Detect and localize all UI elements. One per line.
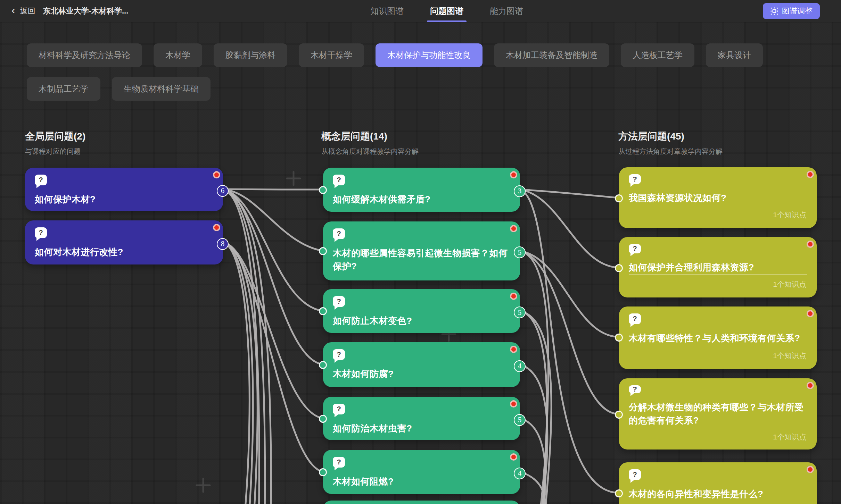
graph-tabs: 知识图谱 问题图谱 能力图谱	[370, 0, 523, 22]
count-badge[interactable]: 5	[514, 414, 526, 426]
question-bubble-icon	[35, 175, 47, 185]
question-card-concept-partial[interactable]	[323, 501, 520, 504]
course-chip[interactable]: 人造板工艺学	[621, 43, 694, 67]
question-card-global[interactable]: 如何保护木材? 6	[25, 168, 223, 211]
question-card-method[interactable]: 木材有哪些特性？与人类和环境有何关系? 1个知识点	[619, 306, 817, 369]
card-title: 如何防止木材变色?	[333, 314, 510, 328]
course-chip[interactable]: 木制品工艺学	[27, 77, 100, 101]
edges-global-to-concept	[223, 189, 323, 504]
course-chip[interactable]: 家具设计	[706, 43, 763, 67]
status-dot	[807, 241, 814, 248]
card-title: 如何保护并合理利用森林资源?	[629, 261, 807, 274]
count-badge[interactable]: 5	[514, 246, 526, 258]
question-bubble-icon	[629, 313, 641, 324]
status-dot	[510, 225, 517, 232]
in-port	[319, 415, 327, 423]
card-title: 如何对木材进行改性?	[35, 246, 213, 259]
question-graph-page: ‹ 返回 东北林业大学-木材科学... 知识图谱 问题图谱 能力图谱	[0, 0, 841, 504]
question-card-concept[interactable]: 如何缓解木材供需矛盾? 3	[323, 168, 520, 212]
count-badge[interactable]: 5	[514, 306, 526, 318]
course-chip-row: 材料科学及研究方法导论 木材学 胶黏剂与涂料 木材干燥学 木材保护与功能性改良 …	[27, 43, 822, 101]
count-badge[interactable]: 4	[514, 360, 526, 372]
question-bubble-icon	[333, 175, 345, 185]
card-title: 我国森林资源状况如何?	[629, 192, 807, 205]
edges-concept-to-method	[520, 190, 619, 504]
question-card-method[interactable]: 如何保护并合理利用森林资源? 1个知识点	[619, 237, 817, 297]
back-label: 返回	[20, 6, 35, 16]
card-title: 木材的哪些属性容易引起微生物损害？如何保护?	[333, 247, 510, 273]
column-header-global: 全局层问题(2) 与课程对应的问题	[25, 130, 85, 156]
column-title: 全局层问题(2)	[25, 130, 85, 143]
course-chip[interactable]: 生物质材料科学基础	[112, 77, 211, 101]
question-card-concept[interactable]: 木材如何防腐? 4	[323, 342, 520, 387]
question-card-method[interactable]: 分解木材微生物的种类有哪些？与木材所受的危害有何关系? 1个知识点	[619, 378, 817, 450]
back-button[interactable]: ‹ 返回 东北林业大学-木材科学...	[11, 0, 128, 22]
status-dot	[807, 382, 814, 389]
card-title: 如何防治木材虫害?	[333, 422, 510, 435]
tab-question-graph[interactable]: 问题图谱	[430, 0, 463, 22]
card-title: 如何缓解木材供需矛盾?	[333, 193, 510, 206]
question-card-global[interactable]: 如何对木材进行改性? 8	[25, 220, 223, 264]
count-badge[interactable]: 6	[217, 185, 229, 197]
in-port	[615, 411, 623, 419]
status-dot	[510, 400, 517, 408]
question-bubble-icon	[333, 296, 345, 307]
in-port	[615, 334, 623, 342]
in-port	[319, 361, 327, 369]
top-bar: ‹ 返回 东北林业大学-木材科学... 知识图谱 问题图谱 能力图谱	[0, 0, 841, 22]
course-chip[interactable]: 胶黏剂与涂料	[214, 43, 287, 67]
column-header-method: 方法层问题(45) 从过程方法角度对章教学内容分解	[618, 130, 723, 156]
tab-label: 能力图谱	[490, 6, 523, 17]
in-port	[319, 247, 327, 255]
course-chip[interactable]: 材料科学及研究方法导论	[27, 43, 142, 67]
card-title: 木材有哪些特性？与人类和环境有何关系?	[629, 332, 807, 345]
card-title: 木材如何阻燃?	[333, 475, 510, 488]
column-title: 概念层问题(14)	[321, 130, 419, 143]
column-subtitle: 从概念角度对课程教学内容分解	[321, 147, 419, 156]
question-bubble-icon	[333, 457, 345, 468]
back-chevron-icon: ‹	[11, 5, 15, 16]
question-card-method[interactable]: 我国森林资源状况如何? 1个知识点	[619, 167, 817, 228]
question-card-concept[interactable]: 如何防治木材虫害? 5	[323, 397, 520, 440]
status-dot	[807, 171, 814, 178]
tab-knowledge-graph[interactable]: 知识图谱	[370, 0, 404, 22]
count-badge[interactable]: 4	[514, 468, 526, 479]
graph-adjust-button[interactable]: 图谱调整	[763, 3, 820, 19]
in-port	[615, 489, 623, 497]
status-dot	[807, 310, 814, 317]
course-chip[interactable]: 木材学	[154, 43, 202, 67]
question-card-concept[interactable]: 木材的哪些属性容易引起微生物损害？如何保护? 5	[323, 221, 520, 280]
question-bubble-icon	[629, 469, 641, 480]
active-tab-underline	[427, 20, 467, 22]
column-title: 方法层问题(45)	[618, 130, 723, 143]
knowledge-point-count: 1个知识点	[629, 275, 807, 291]
in-port	[319, 307, 327, 315]
question-bubble-icon	[333, 404, 345, 414]
course-chip-selected[interactable]: 木材保护与功能性改良	[376, 43, 483, 67]
count-badge[interactable]: 3	[514, 185, 526, 197]
question-bubble-icon	[629, 244, 641, 253]
adjust-button-label: 图谱调整	[782, 6, 813, 16]
question-card-concept[interactable]: 木材如何阻燃? 4	[323, 450, 520, 494]
column-subtitle: 从过程方法角度对章教学内容分解	[618, 147, 723, 156]
question-bubble-icon	[629, 385, 641, 393]
status-dot	[510, 171, 517, 178]
question-bubble-icon	[35, 227, 47, 238]
status-dot	[510, 293, 517, 300]
question-bubble-icon	[333, 228, 345, 239]
column-subtitle: 与课程对应的问题	[25, 147, 85, 156]
count-badge[interactable]: 8	[217, 238, 229, 250]
knowledge-point-count: 1个知识点	[629, 205, 807, 221]
in-port	[615, 264, 623, 272]
course-chip[interactable]: 木材加工装备及智能制造	[494, 43, 609, 67]
card-title: 木材如何防腐?	[333, 368, 510, 381]
course-chip[interactable]: 木材干燥学	[299, 43, 364, 67]
question-card-method[interactable]: 木材的各向异性和变异性是什么?	[619, 462, 817, 504]
in-port	[615, 194, 623, 202]
status-dot	[807, 466, 814, 473]
tab-label: 知识图谱	[370, 6, 404, 17]
knowledge-point-count: 1个知识点	[629, 346, 807, 362]
question-card-concept[interactable]: 如何防止木材变色? 5	[323, 289, 520, 333]
tab-ability-graph[interactable]: 能力图谱	[490, 0, 523, 22]
question-bubble-icon	[333, 349, 345, 360]
